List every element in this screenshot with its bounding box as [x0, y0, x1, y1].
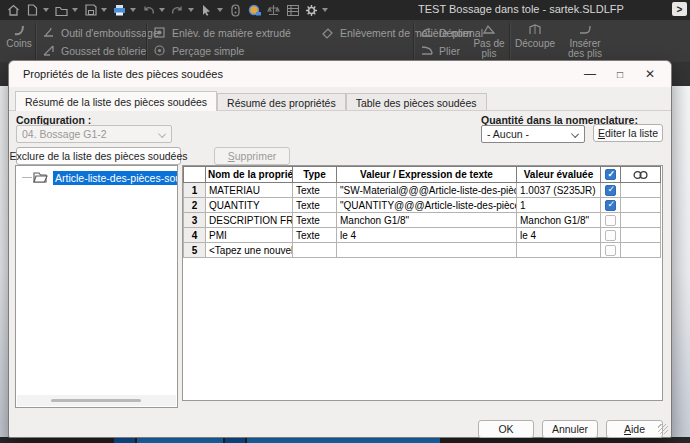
cell-name[interactable]: <Tapez une nouvel [206, 243, 293, 258]
new-file-caret[interactable] [43, 8, 49, 12]
rip-button[interactable]: Découpe [513, 22, 557, 49]
table-row[interactable]: 4 PMI Texte le 4 le 4 [184, 228, 661, 243]
row-checkbox[interactable] [605, 200, 616, 211]
cell-type[interactable] [293, 243, 337, 258]
cell-value[interactable]: le 4 [337, 228, 517, 243]
simple-hole-button[interactable]: Perçage simple [152, 42, 244, 59]
table-row[interactable]: 2 QUANTITY Texte "QUANTITY@@@Article-lis… [184, 198, 661, 213]
cell-value[interactable]: "QUANTITY@@@Article-liste-des-pièces-sou [337, 198, 517, 213]
settings-caret[interactable] [322, 8, 328, 12]
cell-name[interactable]: MATERIAU [206, 183, 293, 198]
header-type[interactable]: Type [293, 167, 337, 183]
tab-cut-list-table[interactable]: Table des pièces soudées [346, 93, 487, 111]
cell-name[interactable]: QUANTITY [206, 198, 293, 213]
extruded-cut-button[interactable]: Enlèv. de matière extrudé [152, 24, 291, 41]
cell-evaluated[interactable]: Manchon G1/8" [517, 213, 601, 228]
cell-link[interactable] [621, 183, 661, 198]
tab-cut-list-summary[interactable]: Résumé de la liste des pièces soudées [15, 91, 217, 111]
save-caret[interactable] [101, 8, 107, 12]
no-bends-button[interactable]: Pas deplis [471, 22, 507, 59]
undo-caret[interactable] [159, 8, 165, 12]
redo-caret[interactable] [188, 8, 194, 12]
print-icon[interactable] [111, 2, 128, 18]
unfold-button[interactable]: Déplier [419, 24, 472, 41]
tree-item-cut-list-folder[interactable]: Article-liste-des-pièces-soudée [22, 170, 177, 185]
row-checkbox[interactable] [605, 230, 616, 241]
cell-link[interactable] [621, 213, 661, 228]
tree-horizontal-scrollbar[interactable] [17, 395, 176, 406]
cell-checkbox[interactable] [601, 183, 621, 198]
open-file-caret[interactable] [72, 8, 78, 12]
table-row[interactable]: 1 MATERIAU Texte "SW-Material@@@Article-… [184, 183, 661, 198]
cell-link[interactable] [621, 198, 661, 213]
row-checkbox[interactable] [605, 245, 616, 256]
cell-evaluated[interactable] [517, 243, 601, 258]
tree-item-label[interactable]: Article-liste-des-pièces-soudée [53, 171, 177, 185]
fold-button[interactable]: Plier [419, 42, 460, 59]
properties-grid[interactable]: Nom de la propriété Type Valeur / Expres… [182, 165, 663, 401]
mass-properties-icon[interactable] [265, 2, 282, 18]
tab-properties-summary[interactable]: Résumé des propriétés [217, 93, 346, 111]
cell-link[interactable] [621, 228, 661, 243]
row-checkbox[interactable] [605, 215, 616, 226]
close-icon[interactable]: ✕ [635, 63, 665, 85]
cancel-button[interactable]: Annuler [542, 420, 598, 438]
save-icon[interactable] [82, 2, 99, 18]
open-file-icon[interactable] [53, 2, 70, 18]
cell-name[interactable]: DESCRIPTION FR [206, 213, 293, 228]
redo-icon[interactable] [169, 2, 186, 18]
cell-type[interactable]: Texte [293, 183, 337, 198]
folder-icon [33, 170, 49, 185]
select-caret[interactable] [217, 8, 223, 12]
scrollbar-thumb[interactable] [51, 399, 141, 402]
cell-type[interactable]: Texte [293, 213, 337, 228]
table-row[interactable]: 5 <Tapez une nouvel [184, 243, 661, 258]
insert-bends-button[interactable]: Insérerdes plis [560, 22, 610, 59]
cell-value[interactable] [337, 243, 517, 258]
cell-type[interactable]: Texte [293, 228, 337, 243]
cell-value[interactable]: "SW-Material@@@Article-liste-des-pièces-… [337, 183, 517, 198]
bom-quantity-select[interactable]: - Aucun - [481, 125, 585, 143]
header-property-name[interactable]: Nom de la propriété [206, 167, 293, 183]
cell-checkbox[interactable] [601, 228, 621, 243]
new-file-icon[interactable] [24, 2, 41, 18]
cell-type[interactable]: Texte [293, 198, 337, 213]
cell-evaluated[interactable]: le 4 [517, 228, 601, 243]
header-evaluated-value[interactable]: Valeur évaluée [517, 167, 601, 183]
settings-gear-icon[interactable] [303, 2, 320, 18]
measure-icon[interactable] [246, 2, 263, 18]
resize-grip[interactable] [658, 424, 668, 434]
forming-tool-button[interactable]: Outil d'emboutissage [41, 24, 159, 41]
cell-evaluated[interactable]: 1.0037 (S235JR) [517, 183, 601, 198]
print-caret[interactable] [130, 8, 136, 12]
row-checkbox[interactable] [605, 185, 616, 196]
edit-list-button[interactable]: Editer la liste [593, 124, 663, 142]
select-cursor-icon[interactable] [198, 2, 215, 18]
table-row[interactable]: 3 DESCRIPTION FR Texte Manchon G1/8" Man… [184, 213, 661, 228]
dialog-titlebar[interactable]: Propriétés de la liste des pièces soudée… [9, 61, 671, 87]
exclude-from-cut-list-button[interactable]: Exclure de la liste des pièces soudées [16, 147, 181, 165]
options-list-icon[interactable] [284, 2, 301, 18]
cell-evaluated[interactable]: 1 [517, 198, 601, 213]
minimize-icon[interactable]: — [575, 63, 605, 85]
cell-checkbox[interactable] [601, 243, 621, 258]
home-icon[interactable] [5, 2, 22, 18]
cell-link[interactable] [621, 243, 661, 258]
ok-button[interactable]: OK [478, 420, 534, 438]
header-checkbox[interactable] [601, 167, 621, 183]
undo-icon[interactable] [140, 2, 157, 18]
cell-checkbox[interactable] [601, 213, 621, 228]
cell-name[interactable]: PMI [206, 228, 293, 243]
maximize-icon[interactable]: □ [605, 63, 635, 85]
cell-value[interactable]: Manchon G1/8" [337, 213, 517, 228]
header-value-expression[interactable]: Valeur / Expression de texte [337, 167, 517, 183]
expand-toolbar-button[interactable]: > [672, 2, 687, 16]
corners-button[interactable]: Coins [3, 22, 35, 49]
mouse-gesture-icon[interactable] [227, 2, 244, 18]
cut-list-tree[interactable]: Article-liste-des-pièces-soudée [15, 165, 178, 408]
sheet-metal-gusset-button[interactable]: Gousset de tôlerie [41, 42, 146, 59]
help-button[interactable]: Aide [606, 420, 663, 438]
cell-checkbox[interactable] [601, 198, 621, 213]
header-link-column[interactable] [621, 167, 661, 183]
select-all-checkbox[interactable] [605, 169, 616, 180]
